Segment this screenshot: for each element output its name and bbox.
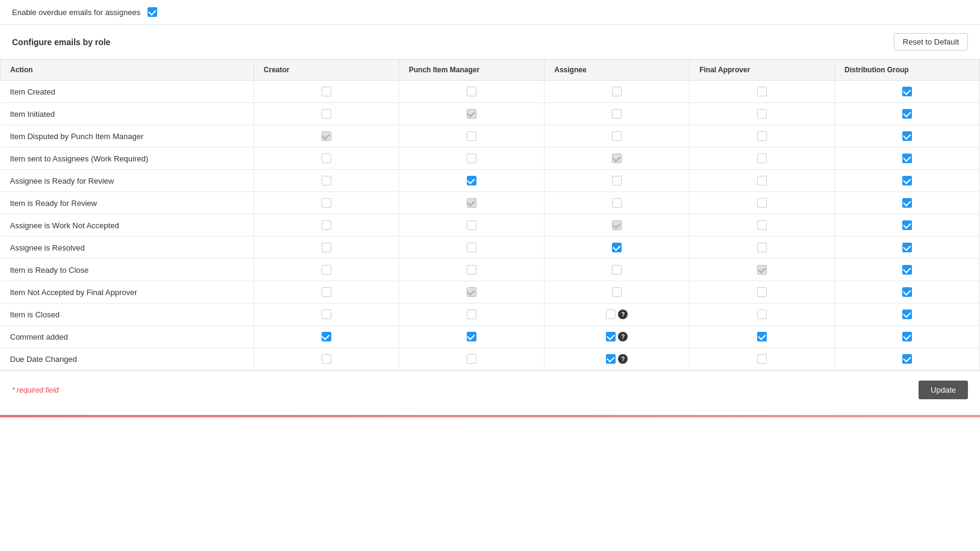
checkbox-unchecked[interactable] <box>322 310 331 319</box>
checkbox-unchecked[interactable] <box>757 243 767 252</box>
checkbox-partial[interactable] <box>467 287 476 297</box>
final-approver-cell <box>690 103 835 125</box>
creator-cell <box>254 304 399 326</box>
distribution-group-cell <box>835 125 980 148</box>
action-cell: Item is Ready for Review <box>1 192 254 214</box>
checkbox-unchecked[interactable] <box>467 131 476 141</box>
checkbox-checked[interactable] <box>606 332 616 341</box>
info-dot-icon[interactable]: ? <box>618 332 628 341</box>
checkbox-unchecked[interactable] <box>322 87 331 96</box>
checkbox-unchecked[interactable] <box>322 354 331 364</box>
checkbox-checked[interactable] <box>902 265 912 275</box>
checkbox-unchecked[interactable] <box>612 131 622 141</box>
punch-item-manager-cell <box>399 125 544 148</box>
checkbox-unchecked[interactable] <box>467 220 476 230</box>
update-button[interactable]: Update <box>919 381 968 399</box>
checkbox-partial[interactable] <box>467 198 476 208</box>
checkbox-checked[interactable] <box>902 176 912 185</box>
checkbox-unchecked[interactable] <box>612 109 622 119</box>
info-dot-icon[interactable]: ? <box>618 354 628 364</box>
checkbox-unchecked[interactable] <box>322 109 331 119</box>
checkbox-checked[interactable] <box>902 332 912 341</box>
checkbox-checked[interactable] <box>902 243 912 252</box>
checkbox-unchecked[interactable] <box>467 354 476 364</box>
checkbox-unchecked[interactable] <box>612 198 622 208</box>
punch-item-manager-cell <box>399 192 544 214</box>
assignee-cell <box>545 259 690 281</box>
checkbox-checked[interactable] <box>902 310 912 319</box>
col-assignee: Assignee <box>545 60 690 81</box>
col-punch-item-manager: Punch Item Manager <box>399 60 544 81</box>
col-action: Action <box>1 60 254 81</box>
checkbox-unchecked[interactable] <box>322 287 331 297</box>
action-cell: Item Initiated <box>1 103 254 125</box>
checkbox-unchecked[interactable] <box>757 87 767 96</box>
creator-cell <box>254 348 399 370</box>
distribution-group-cell <box>835 281 980 304</box>
checkbox-unchecked[interactable] <box>467 243 476 252</box>
checkbox-unchecked[interactable] <box>757 220 767 230</box>
distribution-group-cell <box>835 326 980 348</box>
checkbox-unchecked[interactable] <box>612 87 622 96</box>
checkbox-unchecked[interactable] <box>467 265 476 275</box>
col-final-approver: Final Approver <box>690 60 835 81</box>
checkbox-checked[interactable] <box>467 176 476 185</box>
checkbox-checked[interactable] <box>606 354 616 364</box>
final-approver-cell <box>690 214 835 237</box>
reset-to-default-button[interactable]: Reset to Default <box>894 33 968 51</box>
distribution-group-cell <box>835 170 980 192</box>
action-cell: Assignee is Ready for Review <box>1 170 254 192</box>
checkbox-checked[interactable] <box>902 198 912 208</box>
checkbox-unchecked[interactable] <box>467 87 476 96</box>
section-header: Configure emails by role Reset to Defaul… <box>0 25 980 59</box>
checkbox-checked[interactable] <box>902 109 912 119</box>
checkbox-partial[interactable] <box>612 220 622 230</box>
info-dot-icon[interactable]: ? <box>618 310 628 319</box>
checkbox-unchecked[interactable] <box>322 154 331 163</box>
checkbox-partial[interactable] <box>612 154 622 163</box>
checkbox-unchecked[interactable] <box>606 310 616 319</box>
checkbox-unchecked[interactable] <box>467 154 476 163</box>
checkbox-unchecked[interactable] <box>757 198 767 208</box>
checkbox-checked[interactable] <box>902 131 912 141</box>
checkbox-partial[interactable] <box>757 265 767 275</box>
footer: * required field Update <box>0 370 980 409</box>
checkbox-unchecked[interactable] <box>612 287 622 297</box>
distribution-group-cell <box>835 304 980 326</box>
checkbox-unchecked[interactable] <box>322 176 331 185</box>
checkbox-unchecked[interactable] <box>757 131 767 141</box>
assignee-cell <box>545 170 690 192</box>
checkbox-unchecked[interactable] <box>757 310 767 319</box>
checkbox-checked[interactable] <box>902 154 912 163</box>
checkbox-partial[interactable] <box>467 109 476 119</box>
action-cell: Item sent to Assignees (Work Required) <box>1 148 254 170</box>
checkbox-checked[interactable] <box>902 287 912 297</box>
checkbox-checked[interactable] <box>322 332 331 341</box>
top-section: Enable overdue emails for assignees <box>0 0 980 25</box>
checkbox-checked[interactable] <box>467 332 476 341</box>
required-field-note: * required field <box>12 386 58 394</box>
checkbox-unchecked[interactable] <box>757 354 767 364</box>
checkbox-unchecked[interactable] <box>757 109 767 119</box>
checkbox-checked[interactable] <box>612 243 622 252</box>
checkbox-checked[interactable] <box>902 220 912 230</box>
checkbox-unchecked[interactable] <box>322 265 331 275</box>
table-row: Item Disputed by Punch Item Manager <box>1 125 980 148</box>
checkbox-unchecked[interactable] <box>322 243 331 252</box>
checkbox-unchecked[interactable] <box>612 265 622 275</box>
checkbox-unchecked[interactable] <box>757 176 767 185</box>
checkbox-checked[interactable] <box>902 87 912 96</box>
checkbox-partial[interactable] <box>322 131 331 141</box>
action-cell: Assignee is Work Not Accepted <box>1 214 254 237</box>
checkbox-checked[interactable] <box>757 332 767 341</box>
checkbox-unchecked[interactable] <box>467 310 476 319</box>
checkbox-checked[interactable] <box>902 354 912 364</box>
checkbox-unchecked[interactable] <box>757 287 767 297</box>
final-approver-cell <box>690 259 835 281</box>
checkbox-unchecked[interactable] <box>322 220 331 230</box>
distribution-group-cell <box>835 348 980 370</box>
checkbox-unchecked[interactable] <box>612 176 622 185</box>
checkbox-unchecked[interactable] <box>322 198 331 208</box>
overdue-checkbox[interactable] <box>148 7 157 17</box>
checkbox-unchecked[interactable] <box>757 154 767 163</box>
